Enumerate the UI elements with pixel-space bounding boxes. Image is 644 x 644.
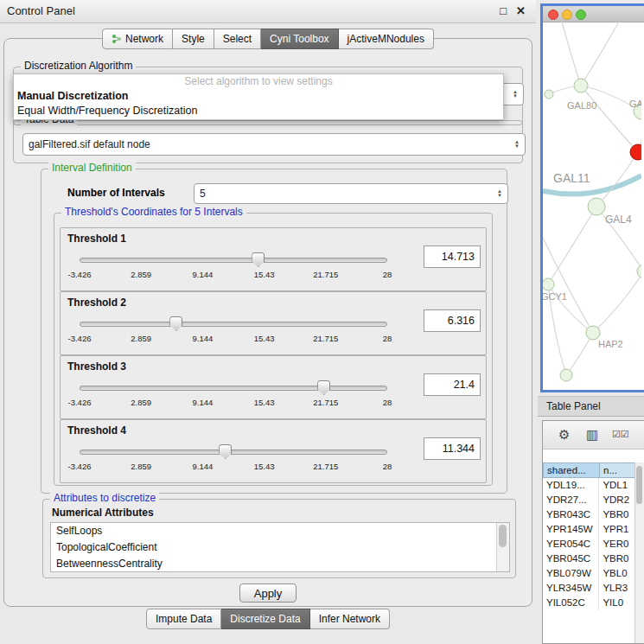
network-node[interactable]	[574, 79, 588, 92]
zoom-traffic-light[interactable]	[576, 10, 586, 20]
table-row[interactable]: YIL052CYIL0	[543, 596, 635, 610]
tab-impute-data[interactable]: Impute Data	[146, 609, 221, 629]
network-node[interactable]	[586, 326, 600, 340]
attribute-item[interactable]: SelfLoops	[51, 523, 509, 539]
apply-button[interactable]: Apply	[239, 583, 296, 603]
table-row[interactable]: YLR345WYLR3	[543, 581, 635, 596]
table-row[interactable]: YPR145WYPR1	[543, 522, 635, 537]
table-row[interactable]: YBR045CYBR0	[543, 552, 635, 566]
tick-label: 21.715	[313, 334, 338, 343]
table-toolbar: ⚙ ▥ ☑☑	[543, 421, 644, 450]
threshold-slider[interactable]	[80, 252, 387, 266]
table-cell: YLR345W	[543, 581, 599, 596]
network-edge	[593, 271, 641, 333]
minimize-traffic-light[interactable]	[562, 10, 572, 20]
combo-stepper-icon[interactable]: ▲▼	[492, 189, 502, 198]
threshold-value-input[interactable]	[424, 309, 481, 332]
table-cell: YDR2	[599, 493, 635, 507]
table-data-group: Table Data galFiltered.sif default node …	[13, 120, 523, 163]
network-node[interactable]	[637, 265, 641, 278]
slider-thumb[interactable]	[317, 380, 330, 395]
numerical-attributes-list[interactable]: SelfLoopsTopologicalCoefficientBetweenne…	[50, 522, 510, 572]
tab-jactivemnodules[interactable]: jActiveMNodules	[339, 29, 434, 49]
close-traffic-light[interactable]	[548, 10, 558, 20]
interval-definition-group: Interval Definition Number of Intervals …	[41, 169, 507, 494]
row-selection-icons[interactable]: ☑☑	[612, 429, 629, 440]
table-row[interactable]: YER054CYER0	[543, 537, 635, 552]
table-cell: YDL19...	[543, 478, 599, 493]
network-edge	[581, 22, 619, 86]
tick-label: 2.859	[131, 334, 151, 343]
network-node-selected-red[interactable]	[630, 144, 641, 160]
scrollbar-thumb[interactable]	[636, 466, 642, 504]
combo-stepper-icon[interactable]: ▲▼	[509, 140, 520, 149]
slider-ticks: -3.4262.8599.14415.4321.71528	[80, 270, 387, 280]
tab-discretize-data[interactable]: Discretize Data	[221, 609, 309, 629]
threshold-slider[interactable]	[80, 444, 387, 458]
dropdown-option-manual-discretization[interactable]: Manual Discretization	[14, 89, 503, 104]
network-canvas[interactable]: GAL80GAGAL11GAL4GCY1HAP2	[543, 22, 641, 390]
attribute-item[interactable]: BetweennessCentrality	[51, 556, 509, 572]
number-of-intervals-combobox[interactable]: 5 ▲▼	[194, 183, 508, 204]
table-cell: YBR045C	[543, 552, 599, 566]
slider-track[interactable]	[80, 322, 387, 327]
network-node[interactable]	[588, 198, 605, 215]
threshold-slider[interactable]	[80, 380, 387, 394]
threshold-value-input[interactable]	[424, 373, 481, 396]
slider-thumb[interactable]	[219, 444, 232, 459]
network-node[interactable]	[560, 369, 572, 381]
scrollbar-thumb[interactable]	[499, 525, 507, 547]
table-row[interactable]: YBL079WYBL0	[543, 566, 635, 581]
table-row[interactable]: YDL19...YDL1	[543, 478, 635, 493]
tick-label: 15.43	[254, 334, 275, 343]
network-edge	[562, 22, 581, 86]
close-icon[interactable]: ✕	[516, 0, 526, 22]
threshold-row: Threshold 2 -3.4262.8599.14415.4321.7152…	[60, 291, 487, 355]
column-header-shared-name[interactable]: shared...	[543, 462, 600, 478]
tick-label: 9.144	[193, 334, 214, 343]
slider-track[interactable]	[80, 258, 387, 263]
combo-stepper-icon[interactable]: ▲▼	[507, 90, 518, 99]
slider-thumb[interactable]	[252, 252, 265, 267]
network-node[interactable]	[545, 90, 553, 99]
tab-cyni-toolbox[interactable]: Cyni Toolbox	[261, 29, 338, 49]
algorithm-dropdown-popup: Select algorithm to view settings Manual…	[13, 73, 504, 120]
tick-label: 2.859	[131, 398, 151, 407]
gear-icon[interactable]: ⚙	[558, 427, 570, 443]
float-window-icon[interactable]: □	[500, 0, 507, 22]
tab-infer-network[interactable]: Infer Network	[310, 609, 390, 629]
network-edge	[581, 86, 638, 152]
table-row[interactable]: YDR27...YDR2	[543, 493, 635, 507]
dropdown-placeholder-item[interactable]: Select algorithm to view settings	[14, 74, 503, 89]
network-node-label: GCY1	[543, 291, 567, 302]
slider-track[interactable]	[80, 386, 387, 391]
tab-select[interactable]: Select	[214, 29, 261, 49]
network-node[interactable]	[543, 278, 554, 290]
threshold-value-input[interactable]	[424, 437, 481, 460]
slider-thumb[interactable]	[169, 316, 182, 331]
tab-style[interactable]: Style	[173, 29, 214, 49]
threshold-value-input[interactable]	[424, 245, 481, 268]
table-data-combobox[interactable]: galFiltered.sif default node ▲▼	[22, 133, 526, 156]
table-cell: YBR0	[599, 552, 635, 566]
threshold-slider[interactable]	[80, 316, 387, 330]
column-header-name[interactable]: n...	[600, 462, 636, 478]
tick-label: 21.715	[313, 398, 338, 407]
control-panel-window: Control Panel □ ✕ Discretization Algorit…	[0, 0, 536, 644]
table-cell: YBR043C	[543, 507, 599, 522]
control-panel-titlebar: Control Panel □ ✕	[0, 0, 536, 23]
table-scrollbar[interactable]	[634, 462, 644, 643]
tick-label: -3.426	[68, 462, 92, 471]
tick-label: 9.144	[193, 270, 214, 279]
columns-icon[interactable]: ▥	[586, 427, 598, 443]
attributes-scrollbar[interactable]	[496, 523, 509, 571]
tab-network[interactable]: Network	[102, 29, 173, 49]
table-cell: YIL0	[599, 596, 635, 610]
slider-track[interactable]	[80, 450, 387, 455]
attribute-item[interactable]: TopologicalCoefficient	[51, 539, 509, 556]
screen: Control Panel □ ✕ Discretization Algorit…	[0, 0, 644, 644]
table-row[interactable]: YBR043CYBR0	[543, 507, 635, 522]
network-icon	[112, 34, 122, 44]
table-cell: YBL0	[599, 566, 635, 581]
dropdown-option-equal-width[interactable]: Equal Width/Frequency Discretization	[14, 104, 503, 118]
